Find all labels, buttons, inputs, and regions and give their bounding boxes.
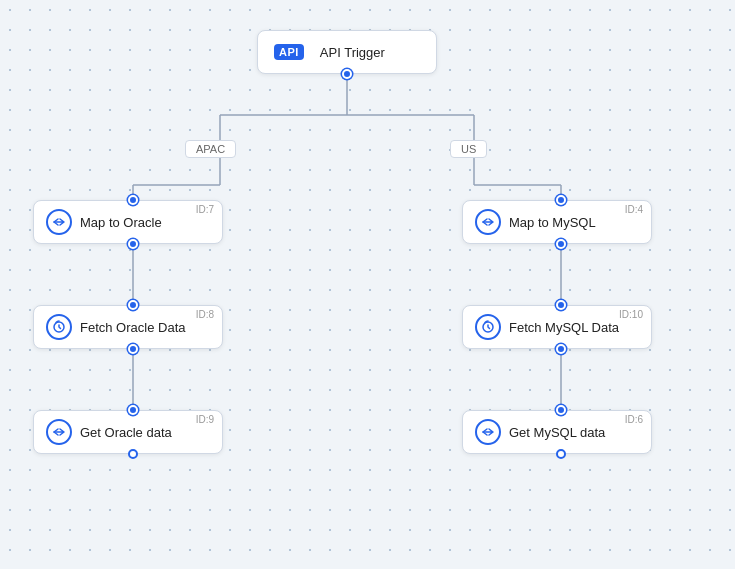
map-oracle-id: ID:7: [196, 204, 214, 215]
api-badge: API: [274, 44, 304, 60]
map-mysql-node[interactable]: ID:4 Map to MySQL: [462, 200, 652, 244]
get-mysql-bottom-dot: [556, 449, 566, 459]
api-trigger-bottom-dot: [342, 69, 352, 79]
map-mysql-label: Map to MySQL: [509, 215, 596, 230]
fetch-mysql-id: ID:10: [619, 309, 643, 320]
get-mysql-id: ID:6: [625, 414, 643, 425]
map-mysql-id: ID:4: [625, 204, 643, 215]
api-trigger-node[interactable]: API API Trigger: [257, 30, 437, 74]
api-trigger-label: API Trigger: [320, 45, 385, 60]
fetch-oracle-node[interactable]: ID:8 Fetch Oracle Data: [33, 305, 223, 349]
us-branch-label[interactable]: US: [450, 140, 487, 158]
connectors-svg: [0, 0, 735, 569]
map-mysql-icon: [475, 209, 501, 235]
get-oracle-top-dot: [128, 405, 138, 415]
fetch-mysql-label: Fetch MySQL Data: [509, 320, 619, 335]
fetch-oracle-bottom-dot: [128, 344, 138, 354]
get-mysql-icon: [475, 419, 501, 445]
get-oracle-icon: [46, 419, 72, 445]
get-mysql-top-dot: [556, 405, 566, 415]
fetch-mysql-top-dot: [556, 300, 566, 310]
get-mysql-label: Get MySQL data: [509, 425, 605, 440]
fetch-mysql-node[interactable]: ID:10 Fetch MySQL Data: [462, 305, 652, 349]
map-oracle-node[interactable]: ID:7 Map to Oracle: [33, 200, 223, 244]
fetch-mysql-bottom-dot: [556, 344, 566, 354]
fetch-mysql-icon: [475, 314, 501, 340]
get-oracle-bottom-dot: [128, 449, 138, 459]
fetch-oracle-label: Fetch Oracle Data: [80, 320, 186, 335]
map-mysql-bottom-dot: [556, 239, 566, 249]
map-oracle-label: Map to Oracle: [80, 215, 162, 230]
apac-branch-label[interactable]: APAC: [185, 140, 236, 158]
fetch-oracle-top-dot: [128, 300, 138, 310]
map-oracle-bottom-dot: [128, 239, 138, 249]
flow-canvas: API API Trigger APAC US ID:7 Map to Orac…: [0, 0, 735, 569]
map-mysql-top-dot: [556, 195, 566, 205]
get-mysql-node[interactable]: ID:6 Get MySQL data: [462, 410, 652, 454]
fetch-oracle-id: ID:8: [196, 309, 214, 320]
map-oracle-top-dot: [128, 195, 138, 205]
fetch-oracle-icon: [46, 314, 72, 340]
get-oracle-node[interactable]: ID:9 Get Oracle data: [33, 410, 223, 454]
get-oracle-label: Get Oracle data: [80, 425, 172, 440]
get-oracle-id: ID:9: [196, 414, 214, 425]
map-oracle-icon: [46, 209, 72, 235]
